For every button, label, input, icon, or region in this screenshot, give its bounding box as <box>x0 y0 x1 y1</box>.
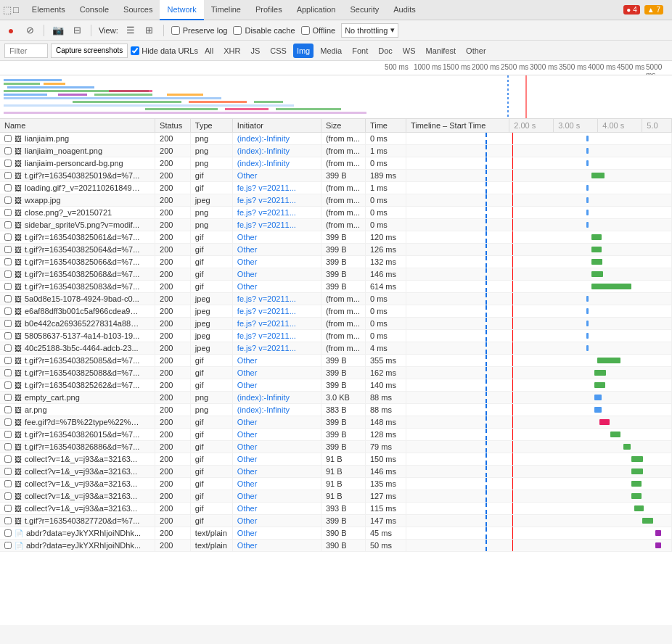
initiator-link[interactable]: (index):-Infinity <box>237 134 290 143</box>
throttle-select[interactable]: No throttling ▾ <box>341 23 398 38</box>
filter-other[interactable]: Other <box>462 44 490 58</box>
initiator-link[interactable]: (index):-Infinity <box>237 146 290 155</box>
disable-cache-label[interactable]: Disable cache <box>233 26 295 35</box>
table-row[interactable]: 🖼lianjiaim_noagent.png200png(index):-Inf… <box>0 145 672 157</box>
filter-button[interactable]: ⊟ <box>70 24 83 37</box>
table-row[interactable]: 🖼58058637-5137-4a14-b103-19...200jpegfe.… <box>0 330 672 342</box>
offline-label[interactable]: Offline <box>301 26 336 35</box>
table-row[interactable]: 🖼40c25188-3b5c-4464-adcb-23...200jpegfe.… <box>0 342 672 355</box>
table-row[interactable]: 🖼t.gif?r=1635403825066&d=%7...200gifOthe… <box>0 256 672 268</box>
initiator-link[interactable]: Other <box>237 467 258 476</box>
filter-js[interactable]: JS <box>247 44 263 58</box>
table-row[interactable]: 🖼wxapp.jpg200jpegfe.js? v=20211...(from … <box>0 194 672 207</box>
col-type[interactable]: Type <box>190 119 232 133</box>
initiator-link[interactable]: Other <box>237 356 258 365</box>
tab-profiles[interactable]: Profiles <box>248 0 290 20</box>
initiator-link[interactable]: Other <box>237 492 258 500</box>
clear-button[interactable]: ⊘ <box>23 24 36 37</box>
initiator-link[interactable]: Other <box>237 529 258 537</box>
table-row[interactable]: 🖼collect?v=1&_v=j93&a=32163...200gifOthe… <box>0 478 672 490</box>
filter-manifest[interactable]: Manifest <box>422 44 460 58</box>
initiator-link[interactable]: Other <box>237 504 258 513</box>
table-row[interactable]: 🖼t.gif?r=1635403825262&d=%7...200gifOthe… <box>0 379 672 392</box>
table-row[interactable]: 🖼t.gif?r=1635403825088&d=%7...200gifOthe… <box>0 367 672 379</box>
initiator-link[interactable]: fe.js? v=20211... <box>237 208 296 217</box>
table-row[interactable]: 🖼empty_cart.png200png(index):-Infinity3.… <box>0 392 672 404</box>
table-row[interactable]: 🖼close.png?_v=20150721200pngfe.js? v=202… <box>0 207 672 219</box>
row-checkbox[interactable] <box>4 332 12 339</box>
preserve-log-label[interactable]: Preserve log <box>171 26 228 35</box>
tab-console[interactable]: Console <box>73 0 116 20</box>
row-checkbox[interactable] <box>4 234 12 241</box>
row-checkbox[interactable] <box>4 542 12 549</box>
col-timeline[interactable]: Timeline – Start Time <box>406 119 509 133</box>
row-checkbox[interactable] <box>4 147 12 154</box>
filter-css[interactable]: CSS <box>266 44 290 58</box>
table-row[interactable]: 🖼t.gif?r=1635403826015&d=%7...200gifOthe… <box>0 429 672 441</box>
initiator-link[interactable]: Other <box>237 516 258 525</box>
initiator-link[interactable]: Other <box>237 171 258 180</box>
network-table[interactable]: Name Status Type Initiator Size Time Tim… <box>0 119 672 625</box>
filter-img[interactable]: Img <box>293 44 314 58</box>
initiator-link[interactable]: Other <box>237 541 258 550</box>
row-checkbox[interactable] <box>4 283 12 290</box>
table-row[interactable]: 📄abdr?data=eyJkYXRhIjoiNDhk...200text/pl… <box>0 540 672 552</box>
table-row[interactable]: 🖼sidebar_spriteV5.png?v=modif...200pngfe… <box>0 219 672 231</box>
initiator-link[interactable]: fe.js? v=20211... <box>237 220 296 229</box>
table-row[interactable]: 🖼b0e442ca2693652278314a885...200jpegfe.j… <box>0 318 672 330</box>
initiator-link[interactable]: fe.js? v=20211... <box>237 319 296 328</box>
row-checkbox[interactable] <box>4 443 12 450</box>
row-checkbox[interactable] <box>4 221 12 228</box>
filter-xhr[interactable]: XHR <box>220 44 244 58</box>
filter-media[interactable]: Media <box>316 44 345 58</box>
row-checkbox[interactable] <box>4 406 12 413</box>
initiator-link[interactable]: Other <box>237 245 258 254</box>
disable-cache-checkbox[interactable] <box>233 26 242 35</box>
row-checkbox[interactable] <box>4 480 12 487</box>
initiator-link[interactable]: fe.js? v=20211... <box>237 196 296 205</box>
row-checkbox[interactable] <box>4 529 12 537</box>
col-status[interactable]: Status <box>155 119 191 133</box>
hide-urls-label[interactable]: Hide data URLs <box>131 46 198 55</box>
row-checkbox[interactable] <box>4 184 12 191</box>
row-checkbox[interactable] <box>4 172 12 179</box>
table-row[interactable]: 🖼t.gif?r=1635403825085&d=%7...200gifOthe… <box>0 355 672 367</box>
row-checkbox[interactable] <box>4 505 12 512</box>
row-checkbox[interactable] <box>4 492 12 500</box>
col-size[interactable]: Size <box>321 119 365 133</box>
row-checkbox[interactable] <box>4 160 12 167</box>
row-checkbox[interactable] <box>4 455 12 463</box>
initiator-link[interactable]: (index):-Infinity <box>237 405 290 414</box>
initiator-link[interactable]: Other <box>237 430 258 439</box>
table-row[interactable]: 🖼t.gif?r=1635403826886&d=%7...200gifOthe… <box>0 441 672 453</box>
tab-audits[interactable]: Audits <box>386 0 423 20</box>
table-row[interactable]: 🖼ar.png200png(index):-Infinity383 B88 ms <box>0 404 672 416</box>
offline-checkbox[interactable] <box>301 26 310 35</box>
tab-application[interactable]: Application <box>290 0 343 20</box>
preserve-log-checkbox[interactable] <box>171 26 180 35</box>
filter-all[interactable]: All <box>201 44 217 58</box>
tab-sources[interactable]: Sources <box>116 0 160 20</box>
initiator-link[interactable]: fe.js? v=20211... <box>237 344 296 352</box>
row-checkbox[interactable] <box>4 418 12 426</box>
hide-urls-checkbox[interactable] <box>131 46 139 55</box>
initiator-link[interactable]: fe.js? v=20211... <box>237 331 296 340</box>
table-row[interactable]: 🖼t.gif?r=1635403825083&d=%7...200gifOthe… <box>0 281 672 293</box>
initiator-link[interactable]: Other <box>237 257 258 266</box>
initiator-link[interactable]: Other <box>237 381 258 389</box>
row-checkbox[interactable] <box>4 295 12 302</box>
tab-security[interactable]: Security <box>343 0 386 20</box>
table-row[interactable]: 📄abdr?data=eyJkYXRhIjoiNDhk...200text/pl… <box>0 527 672 540</box>
row-checkbox[interactable] <box>4 344 12 352</box>
row-checkbox[interactable] <box>4 246 12 253</box>
table-row[interactable]: 🖼collect?v=1&_v=j93&a=32163...200gifOthe… <box>0 453 672 466</box>
table-row[interactable]: 🖼fee.gif?d=%7B%22type%22%3...200gifOther… <box>0 416 672 429</box>
row-checkbox[interactable] <box>4 320 12 327</box>
row-checkbox[interactable] <box>4 381 12 389</box>
initiator-link[interactable]: Other <box>237 418 258 426</box>
table-row[interactable]: 🖼lianjiaim.png200png(index):-Infinity(fr… <box>0 133 672 145</box>
record-button[interactable]: ● <box>4 24 17 37</box>
table-row[interactable]: 🖼t.gif?r=1635403825068&d=%7...200gifOthe… <box>0 268 672 281</box>
initiator-link[interactable]: Other <box>237 282 258 291</box>
filter-input[interactable] <box>4 44 48 58</box>
